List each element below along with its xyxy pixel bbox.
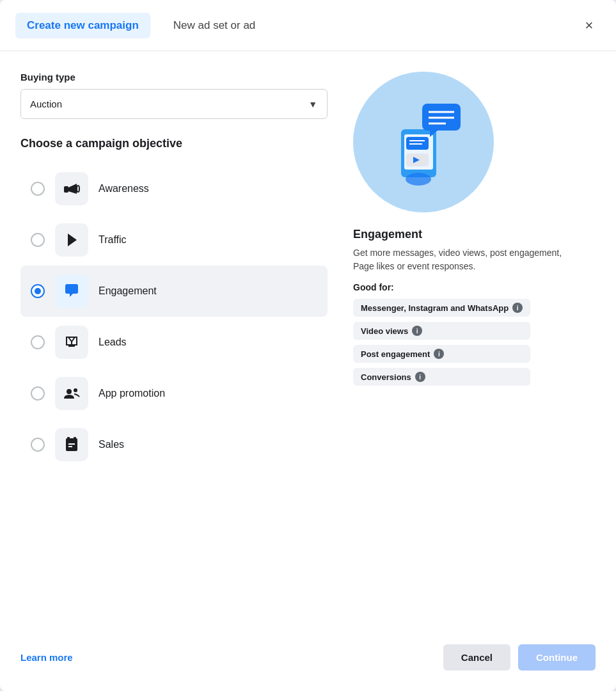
svg-marker-2	[68, 234, 77, 246]
objective-item-traffic[interactable]: Traffic	[20, 214, 328, 266]
learn-more-button[interactable]: Learn more	[20, 652, 73, 663]
svg-line-4	[68, 337, 72, 342]
continue-button[interactable]: Continue	[518, 644, 596, 671]
radio-awareness[interactable]	[31, 182, 45, 196]
close-button[interactable]: ×	[578, 14, 601, 37]
footer-buttons: Cancel Continue	[443, 644, 596, 671]
objective-item-sales[interactable]: Sales	[20, 419, 328, 470]
tag-messenger: Messenger, Instagram and WhatsApp i	[353, 299, 530, 317]
awareness-icon-box	[55, 172, 88, 205]
objective-item-engagement[interactable]: Engagement	[20, 266, 328, 317]
sales-icon	[63, 436, 81, 454]
modal-footer: Learn more Cancel Continue	[0, 629, 616, 691]
app-promotion-label: App promotion	[99, 388, 165, 399]
buying-type-select[interactable]: Auction Reach and Frequency	[20, 89, 328, 119]
tag-video-views: Video views i	[353, 322, 530, 340]
tag-conversions-label: Conversions	[361, 372, 411, 382]
modal-create-campaign: Create new campaign New ad set or ad × B…	[0, 0, 616, 691]
tag-messenger-info-icon[interactable]: i	[512, 303, 523, 313]
tag-messenger-label: Messenger, Instagram and WhatsApp	[361, 303, 509, 313]
svg-rect-0	[64, 186, 68, 193]
modal-body: Buying type Auction Reach and Frequency …	[0, 51, 616, 629]
detail-title: Engagement	[353, 228, 422, 241]
leads-label: Leads	[99, 337, 127, 348]
svg-line-5	[72, 337, 75, 342]
modal-header: Create new campaign New ad set or ad ×	[0, 0, 616, 51]
leads-icon	[63, 333, 81, 351]
cancel-button[interactable]: Cancel	[443, 644, 510, 671]
engagement-icon-box	[55, 274, 88, 308]
objective-item-awareness[interactable]: Awareness	[20, 163, 328, 214]
objective-item-leads[interactable]: Leads	[20, 317, 328, 368]
app-promotion-icon-box	[55, 377, 88, 410]
tag-conversions: Conversions i	[353, 368, 530, 386]
tag-post-engagement-info-icon[interactable]: i	[434, 349, 444, 359]
svg-point-9	[74, 388, 77, 392]
tag-video-views-label: Video views	[361, 326, 408, 336]
radio-leads[interactable]	[31, 335, 45, 349]
radio-app-promotion[interactable]	[31, 386, 45, 401]
awareness-label: Awareness	[99, 183, 149, 195]
leads-icon-box	[55, 326, 88, 359]
engagement-illustration	[353, 72, 494, 212]
tab-create-campaign[interactable]: Create new campaign	[15, 13, 150, 38]
radio-engagement[interactable]	[31, 284, 45, 298]
tag-post-engagement: Post engagement i	[353, 345, 530, 363]
traffic-icon	[63, 231, 81, 249]
engagement-icon	[63, 282, 81, 300]
traffic-icon-box	[55, 223, 88, 257]
radio-sales[interactable]	[31, 438, 45, 452]
awareness-icon	[63, 180, 81, 198]
svg-rect-12	[74, 437, 76, 440]
svg-point-8	[67, 389, 72, 394]
app-promotion-icon	[63, 385, 81, 402]
sales-icon-box	[55, 428, 88, 461]
tag-list: Messenger, Instagram and WhatsApp i Vide…	[353, 299, 530, 386]
good-for-label: Good for:	[353, 282, 394, 292]
sales-label: Sales	[99, 439, 124, 450]
objective-list: Awareness Traffic	[20, 163, 328, 470]
tag-video-views-info-icon[interactable]: i	[412, 326, 422, 336]
svg-point-27	[406, 173, 431, 186]
buying-type-label: Buying type	[20, 72, 328, 83]
tag-conversions-info-icon[interactable]: i	[415, 372, 425, 382]
left-panel: Buying type Auction Reach and Frequency …	[20, 72, 328, 629]
svg-rect-11	[67, 437, 70, 440]
tag-post-engagement-label: Post engagement	[361, 349, 430, 359]
engagement-svg	[366, 84, 481, 200]
radio-traffic[interactable]	[31, 233, 45, 247]
tab-new-ad-set[interactable]: New ad set or ad	[162, 13, 267, 38]
detail-description: Get more messages, video views, post eng…	[353, 246, 571, 273]
traffic-label: Traffic	[99, 234, 127, 246]
objective-item-app-promotion[interactable]: App promotion	[20, 368, 328, 419]
buying-type-select-wrapper: Auction Reach and Frequency ▼	[20, 89, 328, 119]
engagement-label: Engagement	[99, 285, 157, 297]
svg-point-1	[77, 186, 79, 192]
objective-section-label: Choose a campaign objective	[20, 137, 328, 150]
right-panel: Engagement Get more messages, video view…	[328, 72, 596, 629]
